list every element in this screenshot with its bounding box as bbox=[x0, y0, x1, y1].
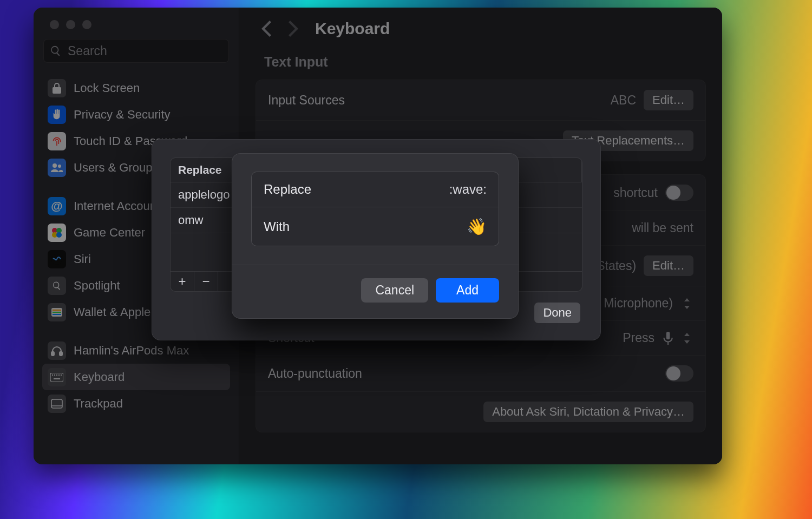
replace-field-value: :wave: bbox=[449, 182, 487, 197]
add-replacement-fields: Replace :wave: With 👋 bbox=[251, 172, 499, 246]
with-field-value: 👋 bbox=[467, 217, 487, 236]
add-replacement-dialog: Replace :wave: With 👋 Cancel Add bbox=[232, 153, 519, 319]
cancel-button[interactable]: Cancel bbox=[361, 278, 428, 303]
replacements-remove-button[interactable]: − bbox=[194, 272, 218, 291]
with-field-label: With bbox=[264, 219, 290, 234]
replace-field-label: Replace bbox=[264, 182, 311, 197]
replacements-done-button[interactable]: Done bbox=[534, 303, 580, 323]
settings-window: Lock ScreenPrivacy & SecurityTouch ID & … bbox=[34, 8, 722, 464]
add-button[interactable]: Add bbox=[436, 278, 499, 303]
replace-field[interactable]: Replace :wave: bbox=[252, 172, 499, 207]
replacements-add-button[interactable]: + bbox=[171, 272, 194, 291]
with-field[interactable]: With 👋 bbox=[252, 207, 499, 246]
